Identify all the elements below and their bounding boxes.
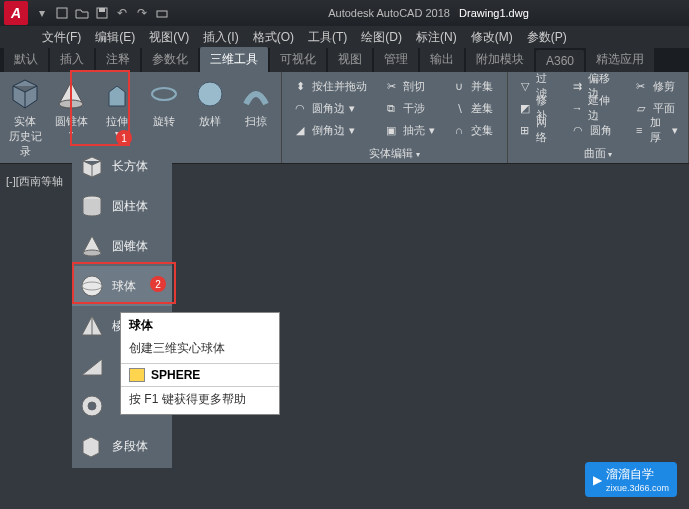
tab-parametric[interactable]: 参数化 (142, 47, 198, 72)
cylinder-icon (78, 192, 106, 220)
planar-icon: ▱ (633, 100, 649, 116)
fillet-icon: ◠ (292, 100, 308, 116)
dd-cylinder[interactable]: 圆柱体 (72, 186, 172, 226)
menubar: 文件(F) 编辑(E) 视图(V) 插入(I) 格式(O) 工具(T) 绘图(D… (0, 26, 689, 48)
shape-dropdown: 长方体 圆柱体 圆锥体 球体 棱 多段体 (72, 144, 172, 468)
fillet-surface-button[interactable]: ◠圆角 (566, 120, 620, 140)
app-logo[interactable]: A (4, 1, 28, 25)
redo-icon[interactable]: ↷ (133, 4, 151, 22)
tab-addins[interactable]: 附加模块 (466, 47, 534, 72)
filter-icon: ▽ (518, 78, 532, 94)
tooltip-command: SPHERE (121, 364, 279, 386)
qat-dropdown-icon[interactable]: ▾ (33, 4, 51, 22)
tooltip: 球体 创建三维实心球体 SPHERE 按 F1 键获得更多帮助 (120, 312, 280, 415)
tab-insert[interactable]: 插入 (50, 47, 94, 72)
ribbon-tabbar: 默认 插入 注释 参数化 三维工具 可视化 视图 管理 输出 附加模块 A360… (0, 48, 689, 72)
print-icon[interactable] (153, 4, 171, 22)
command-icon (129, 368, 145, 382)
menu-edit[interactable]: 编辑(E) (95, 29, 135, 46)
tab-manage[interactable]: 管理 (374, 47, 418, 72)
tab-featured[interactable]: 精选应用 (586, 47, 654, 72)
fillet2-icon: ◠ (570, 122, 586, 138)
chamfer-edge-button[interactable]: ◢倒角边 ▾ (288, 120, 371, 140)
menu-insert[interactable]: 插入(I) (203, 29, 238, 46)
sweep-button[interactable]: 扫掠 (237, 76, 275, 129)
thicken-icon: ≡ (633, 122, 646, 138)
dd-box[interactable]: 长方体 (72, 146, 172, 186)
svg-rect-2 (99, 8, 105, 12)
tooltip-desc: 创建三维实心球体 (121, 338, 279, 363)
menu-dimension[interactable]: 标注(N) (416, 29, 457, 46)
tab-view[interactable]: 视图 (328, 47, 372, 72)
union-button[interactable]: ∪并集 (447, 76, 497, 96)
revolve-icon (146, 76, 182, 112)
presspull-button[interactable]: ⬍按住并拖动 (288, 76, 371, 96)
loft-icon (192, 76, 228, 112)
tab-default[interactable]: 默认 (4, 47, 48, 72)
annotation-badge-1: 1 (116, 130, 132, 146)
shell-button[interactable]: ▣抽壳 ▾ (379, 120, 439, 140)
presspull-icon: ⬍ (292, 78, 308, 94)
svg-point-12 (88, 402, 96, 410)
new-icon[interactable] (53, 4, 71, 22)
offset-icon: ⇉ (570, 78, 584, 94)
fillet-edge-button[interactable]: ◠圆角边 ▾ (288, 98, 371, 118)
panel-title-surface[interactable]: 曲面 (514, 144, 682, 161)
menu-parameters[interactable]: 参数(P) (527, 29, 567, 46)
subtract-icon: ∖ (451, 100, 467, 116)
open-icon[interactable] (73, 4, 91, 22)
dd-polysolid[interactable]: 多段体 (72, 426, 172, 466)
window-title: Autodesk AutoCAD 2018 Drawing1.dwg (172, 7, 685, 19)
tab-annotate[interactable]: 注释 (96, 47, 140, 72)
intersect-icon: ∩ (451, 122, 467, 138)
tooltip-title: 球体 (121, 313, 279, 338)
trim-icon: ✂ (633, 78, 649, 94)
panel-surface: ▽过滤 ◩修补 ⊞网络 ⇉偏移边 →延伸边 ◠圆角 ✂修剪 ▱平面 ≡加厚 ▾ … (508, 72, 689, 163)
network-icon: ⊞ (518, 122, 532, 138)
viewport-label[interactable]: [-][西南等轴 (6, 174, 63, 189)
revolve-button[interactable]: 旋转 (145, 76, 183, 129)
slice-icon: ✂ (383, 78, 399, 94)
menu-tools[interactable]: 工具(T) (308, 29, 347, 46)
sweep-icon (238, 76, 274, 112)
play-icon: ▶ (593, 473, 602, 487)
trim-button[interactable]: ✂修剪 (629, 76, 682, 96)
subtract-button[interactable]: ∖差集 (447, 98, 497, 118)
patch-icon: ◩ (518, 100, 532, 116)
tab-visualize[interactable]: 可视化 (270, 47, 326, 72)
thicken-button[interactable]: ≡加厚 ▾ (629, 120, 682, 140)
slice-button[interactable]: ✂剖切 (379, 76, 439, 96)
menu-file[interactable]: 文件(F) (42, 29, 81, 46)
watermark: ▶ 溜溜自学 zixue.3d66.com (585, 462, 677, 497)
pyramid-icon (78, 312, 106, 340)
save-icon[interactable] (93, 4, 111, 22)
menu-draw[interactable]: 绘图(D) (361, 29, 402, 46)
svg-point-6 (198, 82, 222, 106)
interfere-button[interactable]: ⧉干涉 (379, 98, 439, 118)
intersect-button[interactable]: ∩交集 (447, 120, 497, 140)
torus-icon (78, 392, 106, 420)
tab-3dtools[interactable]: 三维工具 (200, 47, 268, 72)
box-icon (78, 152, 106, 180)
extend-edge-button[interactable]: →延伸边 (566, 98, 620, 118)
titlebar: A ▾ ↶ ↷ Autodesk AutoCAD 2018 Drawing1.d… (0, 0, 689, 26)
tab-output[interactable]: 输出 (420, 47, 464, 72)
shell-icon: ▣ (383, 122, 399, 138)
union-icon: ∪ (451, 78, 467, 94)
loft-button[interactable]: 放样 (191, 76, 229, 129)
menu-view[interactable]: 视图(V) (149, 29, 189, 46)
interfere-icon: ⧉ (383, 100, 399, 116)
menu-format[interactable]: 格式(O) (253, 29, 294, 46)
panel-title-solid-editing[interactable]: 实体编辑 (288, 144, 501, 161)
cube-icon (7, 76, 43, 112)
solid-history-button[interactable]: 实体 历史记录 (6, 76, 44, 159)
network-button[interactable]: ⊞网络 (514, 120, 558, 140)
svg-rect-3 (157, 11, 167, 17)
menu-modify[interactable]: 修改(M) (471, 29, 513, 46)
dd-cone[interactable]: 圆锥体 (72, 226, 172, 266)
svg-point-8 (83, 250, 101, 256)
undo-icon[interactable]: ↶ (113, 4, 131, 22)
tab-a360[interactable]: A360 (536, 50, 584, 72)
wedge-icon (78, 352, 106, 380)
panel-solid-editing: ⬍按住并拖动 ◠圆角边 ▾ ◢倒角边 ▾ ✂剖切 ⧉干涉 ▣抽壳 ▾ ∪并集 ∖… (282, 72, 508, 163)
